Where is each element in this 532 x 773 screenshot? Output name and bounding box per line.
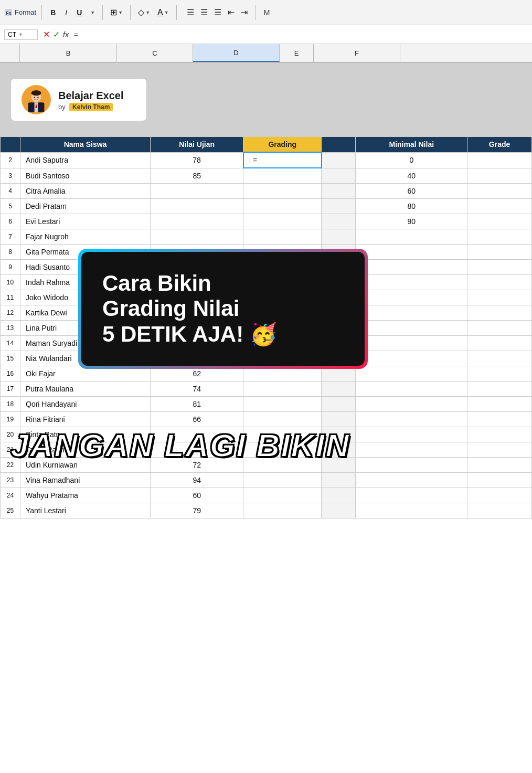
cell-nama[interactable]: Yanti Lestari — [20, 503, 151, 518]
cell-grading[interactable]: I = — [243, 152, 322, 168]
cell-minimal[interactable] — [356, 411, 467, 427]
col-header-f[interactable]: F — [314, 44, 400, 62]
cell-grade[interactable] — [467, 472, 532, 488]
cell-nama[interactable]: Vina Ramadhani — [20, 472, 151, 488]
col-header-b[interactable]: B — [20, 44, 117, 62]
cell-grade[interactable] — [467, 411, 532, 427]
cell-grading[interactable] — [243, 381, 322, 396]
cell-grade[interactable] — [467, 274, 532, 290]
cell-nilai[interactable]: 81 — [151, 396, 243, 411]
underline-button[interactable]: U — [73, 7, 85, 18]
cell-nama[interactable]: Putra Maulana — [20, 381, 151, 396]
col-header-c[interactable]: C — [117, 44, 193, 62]
cell-grading[interactable] — [243, 472, 322, 488]
cell-grading[interactable] — [243, 503, 322, 518]
cell-grading[interactable] — [243, 183, 322, 198]
cell-nama[interactable]: Andi Saputra — [20, 152, 151, 168]
indent-increase-button[interactable]: ⇥ — [238, 6, 250, 18]
underline-dropdown[interactable]: ▼ — [88, 9, 97, 16]
cell-minimal[interactable]: 90 — [356, 214, 467, 229]
italic-button[interactable]: I — [62, 7, 70, 18]
cell-nilai[interactable] — [151, 214, 243, 229]
cell-minimal[interactable] — [356, 305, 467, 320]
cell-grading[interactable] — [243, 168, 322, 183]
bold-button[interactable]: B — [47, 7, 59, 18]
cell-grade[interactable] — [467, 152, 532, 168]
col-header-e[interactable]: E — [280, 44, 314, 62]
cell-nama[interactable]: Budi Santoso — [20, 168, 151, 183]
cell-minimal[interactable] — [356, 290, 467, 305]
cell-nama[interactable]: Evi Lestari — [20, 214, 151, 229]
cell-nilai[interactable]: 78 — [151, 152, 243, 168]
cell-grade[interactable] — [467, 351, 532, 366]
cell-minimal[interactable] — [356, 320, 467, 335]
col-header-d[interactable]: D — [193, 44, 280, 62]
cell-grade[interactable] — [467, 214, 532, 229]
cell-nilai[interactable] — [151, 229, 243, 244]
cell-grade[interactable] — [467, 229, 532, 244]
cell-minimal[interactable]: 60 — [356, 183, 467, 198]
fill-color-dropdown[interactable]: ◇ ▼ — [136, 6, 152, 18]
cell-grading[interactable] — [243, 214, 322, 229]
cell-nilai[interactable]: 60 — [151, 488, 243, 503]
cell-nilai[interactable] — [151, 198, 243, 214]
cell-nama[interactable]: Qori Handayani — [20, 396, 151, 411]
cell-grade[interactable] — [467, 305, 532, 320]
cell-minimal[interactable] — [356, 351, 467, 366]
cell-nilai[interactable]: 79 — [151, 503, 243, 518]
cell-grade[interactable] — [467, 366, 532, 381]
cell-nama[interactable]: Fajar Nugroh — [20, 229, 151, 244]
cell-minimal[interactable] — [356, 335, 467, 351]
indent-decrease-button[interactable]: ⇤ — [225, 6, 237, 18]
cell-nilai[interactable]: 74 — [151, 381, 243, 396]
cell-nilai[interactable]: 94 — [151, 472, 243, 488]
cell-minimal[interactable] — [356, 381, 467, 396]
cell-grade[interactable] — [467, 259, 532, 274]
cell-nama[interactable]: Wahyu Pratama — [20, 488, 151, 503]
confirm-formula-button[interactable]: ✓ — [53, 29, 60, 39]
name-box-arrow[interactable]: ▼ — [18, 32, 23, 37]
cell-minimal[interactable] — [356, 396, 467, 411]
cell-nilai[interactable]: 85 — [151, 168, 243, 183]
cell-grading[interactable] — [243, 198, 322, 214]
cell-grade[interactable] — [467, 320, 532, 335]
cell-minimal[interactable] — [356, 472, 467, 488]
cell-minimal[interactable] — [356, 244, 467, 259]
borders-dropdown[interactable]: ⊞ ▼ — [108, 6, 125, 18]
cell-grade[interactable] — [467, 335, 532, 351]
align-left-button[interactable]: ☰ — [184, 6, 197, 18]
cell-minimal[interactable] — [356, 274, 467, 290]
font-color-dropdown[interactable]: A ▼ — [155, 7, 171, 18]
cell-grading[interactable] — [243, 229, 322, 244]
cell-grade[interactable] — [467, 198, 532, 214]
cell-nama[interactable]: Citra Amalia — [20, 183, 151, 198]
align-center-button[interactable]: ☰ — [198, 6, 210, 18]
cell-grade[interactable] — [467, 503, 532, 518]
cell-minimal[interactable]: 80 — [356, 198, 467, 214]
more-button[interactable]: M — [261, 7, 273, 18]
cell-grade[interactable] — [467, 183, 532, 198]
cell-grading[interactable] — [243, 396, 322, 411]
cell-minimal[interactable] — [356, 488, 467, 503]
cell-minimal[interactable] — [356, 259, 467, 274]
cell-nilai[interactable]: 66 — [151, 411, 243, 427]
cell-grade[interactable] — [467, 244, 532, 259]
cell-grade[interactable] — [467, 290, 532, 305]
cell-nama[interactable]: Rina Fitriani — [20, 411, 151, 427]
cell-minimal[interactable] — [356, 366, 467, 381]
formula-input[interactable] — [74, 30, 528, 38]
cell-minimal[interactable]: 40 — [356, 168, 467, 183]
cell-nama[interactable]: Dedi Pratam — [20, 198, 151, 214]
cancel-formula-button[interactable]: ✕ — [43, 29, 50, 39]
format-button[interactable]: Fx Format — [4, 8, 36, 17]
cell-grade[interactable] — [467, 396, 532, 411]
cell-minimal[interactable] — [356, 503, 467, 518]
cell-minimal[interactable] — [356, 229, 467, 244]
cell-minimal[interactable]: 0 — [356, 152, 467, 168]
align-right-button[interactable]: ☰ — [211, 6, 224, 18]
insert-function-button[interactable]: fx — [63, 30, 69, 39]
cell-grading[interactable] — [243, 488, 322, 503]
cell-grade[interactable] — [467, 488, 532, 503]
cell-nilai[interactable] — [151, 183, 243, 198]
cell-grade[interactable] — [467, 168, 532, 183]
